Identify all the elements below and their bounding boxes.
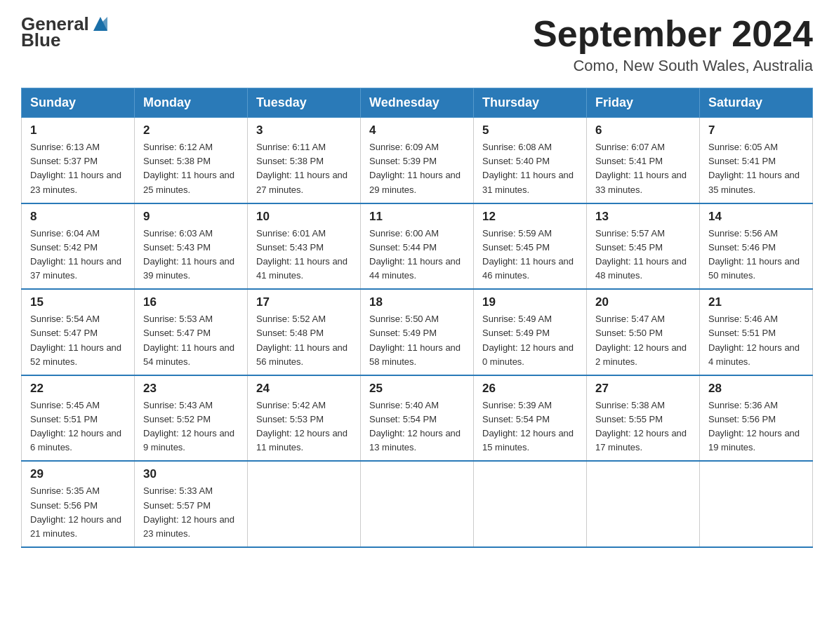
calendar-cell: 12Sunrise: 5:59 AMSunset: 5:45 PMDayligh… bbox=[474, 203, 587, 290]
day-number: 22 bbox=[30, 382, 126, 396]
day-info: Sunrise: 6:01 AMSunset: 5:43 PMDaylight:… bbox=[256, 227, 352, 283]
calendar-cell: 27Sunrise: 5:38 AMSunset: 5:55 PMDayligh… bbox=[587, 375, 700, 462]
header-friday: Friday bbox=[587, 88, 700, 118]
day-number: 20 bbox=[595, 295, 691, 309]
header-saturday: Saturday bbox=[700, 88, 813, 118]
calendar-cell: 29Sunrise: 5:35 AMSunset: 5:56 PMDayligh… bbox=[22, 461, 135, 547]
day-number: 1 bbox=[30, 123, 126, 137]
calendar-cell: 1Sunrise: 6:13 AMSunset: 5:37 PMDaylight… bbox=[22, 118, 135, 203]
calendar-cell: 15Sunrise: 5:54 AMSunset: 5:47 PMDayligh… bbox=[22, 289, 135, 375]
day-info: Sunrise: 5:54 AMSunset: 5:47 PMDaylight:… bbox=[30, 312, 126, 369]
calendar-cell bbox=[474, 461, 587, 547]
calendar-cell: 18Sunrise: 5:50 AMSunset: 5:49 PMDayligh… bbox=[361, 289, 474, 375]
day-info: Sunrise: 6:05 AMSunset: 5:41 PMDaylight:… bbox=[708, 140, 804, 197]
header-monday: Monday bbox=[135, 88, 248, 118]
week-row-4: 22Sunrise: 5:45 AMSunset: 5:51 PMDayligh… bbox=[22, 375, 813, 462]
day-number: 13 bbox=[595, 210, 691, 224]
day-info: Sunrise: 6:00 AMSunset: 5:44 PMDaylight:… bbox=[369, 227, 465, 283]
day-number: 7 bbox=[708, 123, 804, 137]
day-number: 17 bbox=[256, 295, 352, 309]
day-info: Sunrise: 6:13 AMSunset: 5:37 PMDaylight:… bbox=[30, 140, 126, 197]
day-number: 8 bbox=[30, 210, 126, 224]
calendar-cell: 10Sunrise: 6:01 AMSunset: 5:43 PMDayligh… bbox=[248, 203, 361, 290]
day-number: 4 bbox=[369, 123, 465, 137]
calendar-cell: 14Sunrise: 5:56 AMSunset: 5:46 PMDayligh… bbox=[700, 203, 813, 290]
calendar-cell: 20Sunrise: 5:47 AMSunset: 5:50 PMDayligh… bbox=[587, 289, 700, 375]
calendar-cell: 5Sunrise: 6:08 AMSunset: 5:40 PMDaylight… bbox=[474, 118, 587, 203]
day-number: 30 bbox=[143, 467, 239, 481]
week-row-2: 8Sunrise: 6:04 AMSunset: 5:42 PMDaylight… bbox=[22, 203, 813, 290]
calendar-cell: 4Sunrise: 6:09 AMSunset: 5:39 PMDaylight… bbox=[361, 118, 474, 203]
day-number: 18 bbox=[369, 295, 465, 309]
day-info: Sunrise: 6:11 AMSunset: 5:38 PMDaylight:… bbox=[256, 140, 352, 197]
day-number: 15 bbox=[30, 295, 126, 309]
day-info: Sunrise: 5:49 AMSunset: 5:49 PMDaylight:… bbox=[482, 312, 578, 369]
calendar-cell bbox=[361, 461, 474, 547]
header-tuesday: Tuesday bbox=[248, 88, 361, 118]
day-number: 21 bbox=[708, 295, 804, 309]
calendar-cell: 26Sunrise: 5:39 AMSunset: 5:54 PMDayligh… bbox=[474, 375, 587, 462]
calendar-cell: 2Sunrise: 6:12 AMSunset: 5:38 PMDaylight… bbox=[135, 118, 248, 203]
day-number: 27 bbox=[595, 382, 691, 396]
day-info: Sunrise: 6:07 AMSunset: 5:41 PMDaylight:… bbox=[595, 140, 691, 197]
day-info: Sunrise: 6:09 AMSunset: 5:39 PMDaylight:… bbox=[369, 140, 465, 197]
calendar-cell: 17Sunrise: 5:52 AMSunset: 5:48 PMDayligh… bbox=[248, 289, 361, 375]
day-info: Sunrise: 5:43 AMSunset: 5:52 PMDaylight:… bbox=[143, 398, 239, 455]
day-info: Sunrise: 6:03 AMSunset: 5:43 PMDaylight:… bbox=[143, 227, 239, 283]
day-info: Sunrise: 5:36 AMSunset: 5:56 PMDaylight:… bbox=[708, 398, 804, 455]
day-info: Sunrise: 5:39 AMSunset: 5:54 PMDaylight:… bbox=[482, 398, 578, 455]
header-wednesday: Wednesday bbox=[361, 88, 474, 118]
day-number: 14 bbox=[708, 210, 804, 224]
day-info: Sunrise: 5:46 AMSunset: 5:51 PMDaylight:… bbox=[708, 312, 804, 369]
calendar-cell: 7Sunrise: 6:05 AMSunset: 5:41 PMDaylight… bbox=[700, 118, 813, 203]
day-number: 28 bbox=[708, 382, 804, 396]
day-number: 10 bbox=[256, 210, 352, 224]
day-info: Sunrise: 5:53 AMSunset: 5:47 PMDaylight:… bbox=[143, 312, 239, 369]
day-number: 6 bbox=[595, 123, 691, 137]
day-number: 26 bbox=[482, 382, 578, 396]
calendar-cell: 13Sunrise: 5:57 AMSunset: 5:45 PMDayligh… bbox=[587, 203, 700, 290]
day-info: Sunrise: 5:40 AMSunset: 5:54 PMDaylight:… bbox=[369, 398, 465, 455]
day-number: 9 bbox=[143, 210, 239, 224]
logo: General Blue bbox=[21, 14, 110, 49]
calendar-cell bbox=[587, 461, 700, 547]
calendar-cell: 9Sunrise: 6:03 AMSunset: 5:43 PMDaylight… bbox=[135, 203, 248, 290]
day-number: 3 bbox=[256, 123, 352, 137]
calendar-cell: 6Sunrise: 6:07 AMSunset: 5:41 PMDaylight… bbox=[587, 118, 700, 203]
header-sunday: Sunday bbox=[22, 88, 135, 118]
day-number: 16 bbox=[143, 295, 239, 309]
day-info: Sunrise: 5:45 AMSunset: 5:51 PMDaylight:… bbox=[30, 398, 126, 455]
day-info: Sunrise: 5:35 AMSunset: 5:56 PMDaylight:… bbox=[30, 484, 126, 541]
day-number: 24 bbox=[256, 382, 352, 396]
calendar-title: September 2024 bbox=[533, 14, 813, 54]
calendar-cell: 16Sunrise: 5:53 AMSunset: 5:47 PMDayligh… bbox=[135, 289, 248, 375]
logo-blue-text: Blue bbox=[21, 31, 60, 49]
day-info: Sunrise: 5:50 AMSunset: 5:49 PMDaylight:… bbox=[369, 312, 465, 369]
calendar-cell: 22Sunrise: 5:45 AMSunset: 5:51 PMDayligh… bbox=[22, 375, 135, 462]
calendar-cell: 11Sunrise: 6:00 AMSunset: 5:44 PMDayligh… bbox=[361, 203, 474, 290]
calendar-cell bbox=[700, 461, 813, 547]
calendar-header: Sunday Monday Tuesday Wednesday Thursday… bbox=[22, 88, 813, 118]
calendar-cell: 19Sunrise: 5:49 AMSunset: 5:49 PMDayligh… bbox=[474, 289, 587, 375]
page-header: General Blue September 2024 Como, New So… bbox=[21, 14, 813, 75]
day-number: 29 bbox=[30, 467, 126, 481]
day-number: 5 bbox=[482, 123, 578, 137]
header-thursday: Thursday bbox=[474, 88, 587, 118]
day-info: Sunrise: 6:04 AMSunset: 5:42 PMDaylight:… bbox=[30, 227, 126, 283]
calendar-cell: 21Sunrise: 5:46 AMSunset: 5:51 PMDayligh… bbox=[700, 289, 813, 375]
calendar-cell bbox=[248, 461, 361, 547]
week-row-1: 1Sunrise: 6:13 AMSunset: 5:37 PMDaylight… bbox=[22, 118, 813, 203]
day-info: Sunrise: 5:59 AMSunset: 5:45 PMDaylight:… bbox=[482, 227, 578, 283]
weekday-header-row: Sunday Monday Tuesday Wednesday Thursday… bbox=[22, 88, 813, 118]
week-row-5: 29Sunrise: 5:35 AMSunset: 5:56 PMDayligh… bbox=[22, 461, 813, 547]
calendar-body: 1Sunrise: 6:13 AMSunset: 5:37 PMDaylight… bbox=[22, 118, 813, 547]
day-number: 19 bbox=[482, 295, 578, 309]
day-number: 23 bbox=[143, 382, 239, 396]
day-info: Sunrise: 5:57 AMSunset: 5:45 PMDaylight:… bbox=[595, 227, 691, 283]
day-number: 2 bbox=[143, 123, 239, 137]
calendar-table: Sunday Monday Tuesday Wednesday Thursday… bbox=[21, 88, 813, 548]
day-info: Sunrise: 6:12 AMSunset: 5:38 PMDaylight:… bbox=[143, 140, 239, 197]
calendar-cell: 8Sunrise: 6:04 AMSunset: 5:42 PMDaylight… bbox=[22, 203, 135, 290]
calendar-title-area: September 2024 Como, New South Wales, Au… bbox=[533, 14, 813, 75]
logo-icon bbox=[91, 14, 110, 34]
